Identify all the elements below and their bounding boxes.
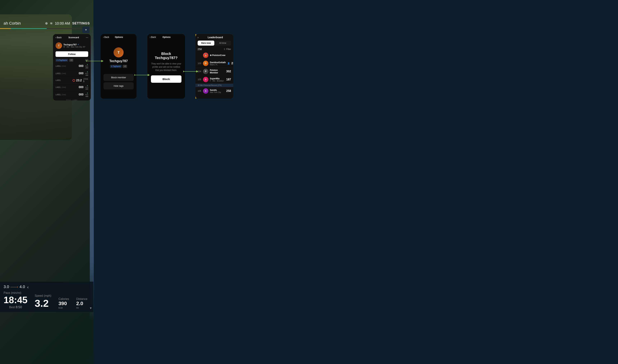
arrow-connector-1 [86,59,104,63]
options-avatar: T [114,47,124,57]
user-avatar: T [55,42,62,49]
options-dots-button[interactable]: ··· [86,36,88,39]
name-supermia: SuperMia [210,77,225,80]
svg-point-1 [86,60,87,62]
options-tags: # TagName +3 [107,64,130,69]
svg-point-3 [134,74,135,76]
options-tag-badge: # TagName [110,65,122,68]
avatar-david: D [203,61,208,66]
metric-avg-5: ▲ AVG000 [85,92,88,97]
progress-teal [11,28,47,29]
rank-103: 103 [198,62,202,65]
follow-button[interactable]: Follow [55,51,88,57]
calories-unit: kcal [59,306,69,309]
tab-here-now[interactable]: Here now [198,40,214,46]
pace-value: 18:45 [4,295,27,305]
info-supermia: SuperMia F · 30s · Brooklyn [210,77,225,82]
tag-badge[interactable]: # #TagName [55,59,68,62]
options-tag-plus: +3 [123,65,127,68]
metric-value-5: 000 [79,93,83,96]
calories-section: Calories 390 kcal [59,298,69,309]
sub-sarahl: New York City [210,91,225,93]
pace-best: Best 8:50 [4,305,27,309]
metric-label-1: LABEL (Unit) [55,65,79,67]
score-103: 256 [231,62,233,65]
sub-david: Miami, FL [210,64,226,66]
peloton-icon: ⊕ [210,54,212,57]
tags-row: # #TagName +3 247 [53,58,91,63]
leaderboard-tabs: Here now All time [198,40,231,46]
info-peloton: Peloton Member [210,69,225,74]
info-david: DavidnoGoliath Miami, FL [210,61,226,66]
info-crew: ⊕ PelotonCrew [210,54,229,57]
arrow-connector-3 [183,70,199,73]
metric-row-1: LABEL (Unit) 000 ▲ AVG000 [53,63,91,70]
verified-icon: ✓ [77,43,79,46]
block-header: ‹ Back Options [147,34,185,40]
leaderboard-row-103[interactable]: 103 D DavidnoGoliath Miami, FL 👤 256 [195,59,233,67]
block-header-title: Options [162,36,171,39]
scorecard-panel: ‹ Back Scorecard ··· T Techguy787 ✓ M · … [53,34,91,101]
scorecard-title: Scorecard [68,36,79,39]
metric-avg-4: ▲ AVG000 [85,85,88,90]
metric-value-1: 000 [79,65,83,68]
metric-value-4: 000 [79,86,83,89]
leaderboard-row-106[interactable]: 106 S SarahL New York City 258 [195,87,233,95]
block-back-arrow: ‹ [150,36,150,39]
scorecard-back-nav[interactable]: ‹ Back [55,36,62,39]
scorecard-header: ‹ Back Scorecard ··· [53,34,91,41]
metric-avg-1: ▲ AVG000 [85,63,88,69]
arrow-connector-2 [134,73,150,77]
name-david: DavidnoGoliath [210,61,226,64]
metric-label-4: LABEL (Unit) [55,86,79,88]
name-peloton: Peloton Member [210,69,225,74]
speed-high: 4.0 [20,285,25,289]
leaderboard-row-crew[interactable]: 🏅 ⊕ PelotonCrew [195,51,233,59]
metric-row-2: LABEL (Unit) 000 ▲ AVG000 [53,70,91,77]
leaderboard-row-104[interactable]: 104 P Peloton Member 302 [195,67,233,76]
block-member-button[interactable]: Block member [104,74,134,81]
zone-label: ZONE1 [83,78,88,83]
status-bar: ah Corbin ⊕ ≋ 10:00 AM SETTINGS [0,20,94,27]
block-content: Block Techguy787? They won't be able to … [147,40,185,91]
block-question: Block Techguy787? [151,52,181,60]
leaderboard-panel: › Leaderboard Here now All time 258 ⧛ Fi… [195,34,233,99]
hide-tags-button[interactable]: Hide tags [104,82,134,89]
follow-icon-david: 👤 [227,62,230,65]
speed-low: 3.0 [4,285,9,289]
leaderboard-row-105[interactable]: 105 S SuperMia F · 30s · Brooklyn 187 [195,76,233,84]
progress-yellow [0,28,11,29]
metric-value-3: 23.2 [76,79,82,82]
metric-row-5: LABEL (Unit) 000 ▲ AVG000 [53,91,91,98]
filter-button[interactable]: ⧛ Filter [223,48,231,51]
score-105: 187 [226,78,231,81]
tab-all-time[interactable]: All time [214,40,231,46]
options-hashtag: # [111,65,112,67]
block-confirm-button[interactable]: Block [151,75,181,83]
user-name-label: ah Corbin [4,21,21,26]
settings-button[interactable]: SETTINGS [72,22,90,25]
distance-section: Distance 2.0 mi [76,298,87,309]
avatar-crew: 🏅 [203,52,208,58]
options-back-nav[interactable]: ‹ Back [103,36,109,39]
distance-value: 2.0 [76,301,87,306]
profile-info: Techguy787 ✓ M · 30s · New York City, NY [63,43,85,48]
avatar-supermia: S [203,77,208,82]
chevron-left-button[interactable]: ‹ [27,285,28,290]
options-title: Options [115,36,123,39]
zone-indicator [73,79,75,82]
options-panel: ‹ Back Options T Techguy787 # TagName +3… [101,34,136,99]
metric-row-4: LABEL (Unit) 000 ▲ AVG000 [53,84,91,91]
leaderboard-chevron[interactable]: › [198,36,199,39]
block-back-nav[interactable]: ‹ Back [150,36,156,39]
calories-value: 390 [59,301,69,306]
hashtag-icon: # [57,59,58,61]
pace-section: Pace (min/mi) 18:45 Best 8:50 [4,291,27,309]
name-crew: ⊕ PelotonCrew [210,54,229,57]
user-meta: M · 30s · New York City, NY [63,46,85,48]
bottom-chevron-down[interactable]: ▾ [90,306,92,310]
leaderboard-count: 258 [198,48,202,51]
clock-display: 10:00 AM [55,21,70,26]
chevron-down-button[interactable]: ▾ [82,26,90,33]
leaderboard-title: Leaderboard [200,36,231,39]
